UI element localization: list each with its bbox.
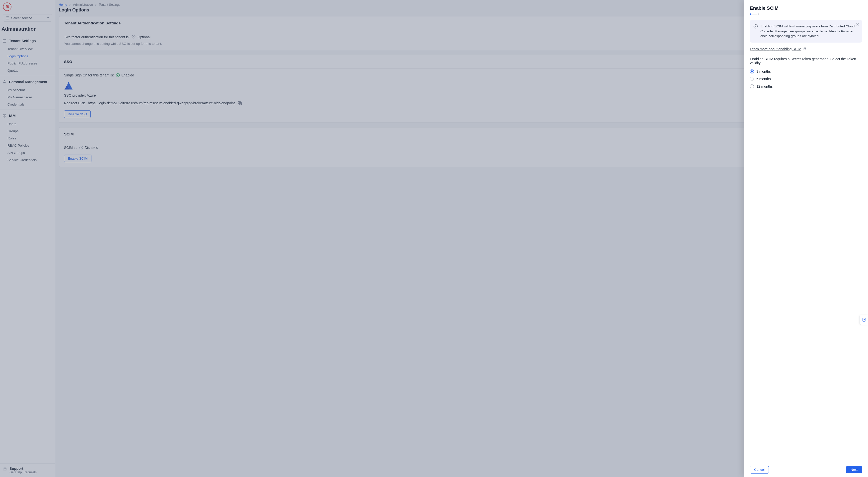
radio-icon [750, 69, 754, 73]
radio-6-months[interactable]: 6 months [750, 77, 862, 81]
radio-3-months[interactable]: 3 months [750, 69, 862, 73]
info-banner: Enabling SCIM will limit managing users … [750, 20, 862, 42]
step-1-dot [750, 13, 751, 15]
radio-icon [750, 84, 754, 89]
info-icon [753, 24, 758, 29]
token-prompt: Enabling SCIM requires a Secret Token ge… [750, 57, 862, 65]
modal-overlay[interactable] [0, 0, 868, 477]
drawer-stepper [744, 13, 868, 17]
radio-12-months[interactable]: 12 months [750, 84, 862, 89]
next-button[interactable]: Next [846, 466, 862, 473]
cancel-button[interactable]: Cancel [750, 466, 769, 474]
enable-scim-drawer: Enable SCIM Enabling SCIM will limit man… [744, 0, 868, 477]
learn-more-link[interactable]: Learn more about enabling SCIM [750, 47, 806, 51]
info-text: Enabling SCIM will limit managing users … [761, 24, 858, 39]
step-connector [752, 14, 757, 14]
step-2-dot [758, 13, 760, 15]
close-icon[interactable] [856, 23, 860, 26]
drawer-title: Enable SCIM [744, 0, 868, 13]
external-link-icon [803, 47, 806, 50]
radio-icon [750, 77, 754, 81]
floating-help-button[interactable] [860, 315, 868, 325]
